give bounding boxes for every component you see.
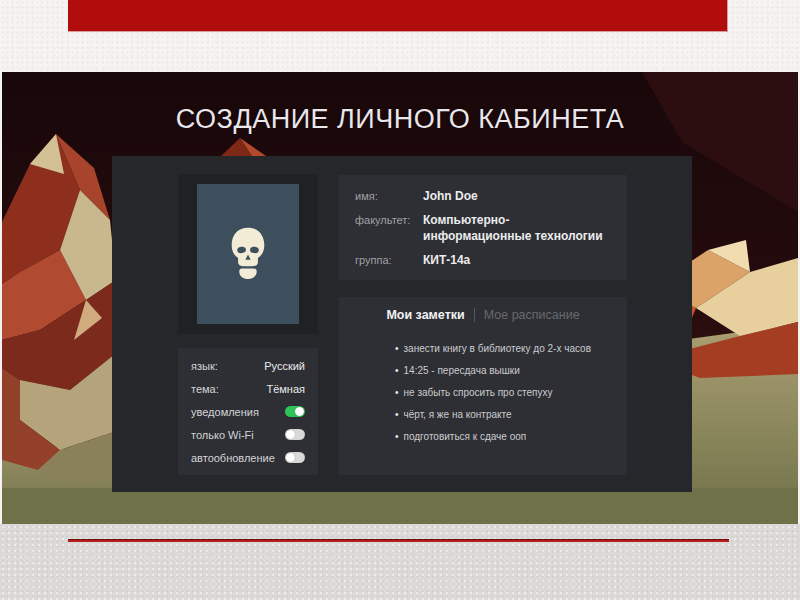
tab-my-notes[interactable]: Мои заметки xyxy=(386,308,464,322)
notes-list: •занести книгу в библиотеку до 2-х часов… xyxy=(395,344,627,442)
avatar[interactable] xyxy=(197,184,299,324)
bottom-divider-line xyxy=(68,539,729,542)
note-text: не забыть спросить про степуху xyxy=(404,387,553,398)
page-title: СОЗДАНИЕ ЛИЧНОГО КАБИНЕТА xyxy=(0,102,800,136)
setting-row-notifications: уведомления xyxy=(191,405,305,418)
note-text: 14:25 - пересдача вышки xyxy=(404,365,520,376)
profile-app-panel: язык: Русский тема: Тёмная уведомления т… xyxy=(112,156,692,492)
toggle-knob xyxy=(295,407,304,416)
settings-panel: язык: Русский тема: Тёмная уведомления т… xyxy=(178,348,318,475)
note-text: чёрт, я же на контракте xyxy=(404,409,512,420)
group-label: группа: xyxy=(355,252,423,268)
profile-info-panel: имя: John Doe факультет: Компьютерно-инф… xyxy=(339,175,627,280)
toggle-knob xyxy=(286,453,295,462)
list-item: •14:25 - пересдача вышки xyxy=(395,366,627,376)
faculty-label: факультет: xyxy=(355,212,423,244)
faculty-value: Компьютерно-информационные технологии xyxy=(423,212,611,244)
group-value: КИТ-14а xyxy=(423,252,611,268)
bullet-icon: • xyxy=(395,343,399,354)
notifications-label: уведомления xyxy=(191,406,259,418)
tab-separator xyxy=(474,308,475,322)
wifi-only-label: только Wi-Fi xyxy=(191,429,254,441)
bullet-icon: • xyxy=(395,387,399,398)
bullet-icon: • xyxy=(395,365,399,376)
toggle-knob xyxy=(286,430,295,439)
list-item: •чёрт, я же на контракте xyxy=(395,410,627,420)
autoupdate-toggle[interactable] xyxy=(285,452,305,463)
top-red-bar xyxy=(68,0,728,32)
wifi-only-toggle[interactable] xyxy=(285,429,305,440)
name-value: John Doe xyxy=(423,188,611,204)
list-item: •не забыть спросить про степуху xyxy=(395,388,627,398)
presentation-slide: СОЗДАНИЕ ЛИЧНОГО КАБИНЕТА xyxy=(0,0,800,600)
skull-icon xyxy=(227,224,269,284)
avatar-frame xyxy=(178,174,318,334)
bullet-icon: • xyxy=(395,409,399,420)
theme-value: Тёмная xyxy=(266,383,305,395)
bullet-icon: • xyxy=(395,431,399,442)
list-item: •занести книгу в библиотеку до 2-х часов xyxy=(395,344,627,354)
setting-row-language: язык: Русский xyxy=(191,359,305,372)
autoupdate-label: автообновление xyxy=(191,452,275,464)
setting-row-wifi-only: только Wi-Fi xyxy=(191,428,305,441)
note-text: занести книгу в библиотеку до 2-х часов xyxy=(404,343,591,354)
language-value: Русский xyxy=(264,360,305,372)
note-text: подготовиться к сдаче ооп xyxy=(404,431,527,442)
notifications-toggle[interactable] xyxy=(285,406,305,417)
name-label: имя: xyxy=(355,188,423,204)
list-item: •подготовиться к сдаче ооп xyxy=(395,432,627,442)
tab-my-schedule[interactable]: Мое расписание xyxy=(484,308,580,322)
theme-label: тема: xyxy=(191,383,219,395)
language-label: язык: xyxy=(191,360,218,372)
notes-panel: Мои заметки Мое расписание •занести книг… xyxy=(339,297,627,475)
setting-row-theme: тема: Тёмная xyxy=(191,382,305,395)
setting-row-autoupdate: автообновление xyxy=(191,451,305,464)
bottom-band xyxy=(0,524,800,600)
notes-tabs: Мои заметки Мое расписание xyxy=(339,308,627,322)
